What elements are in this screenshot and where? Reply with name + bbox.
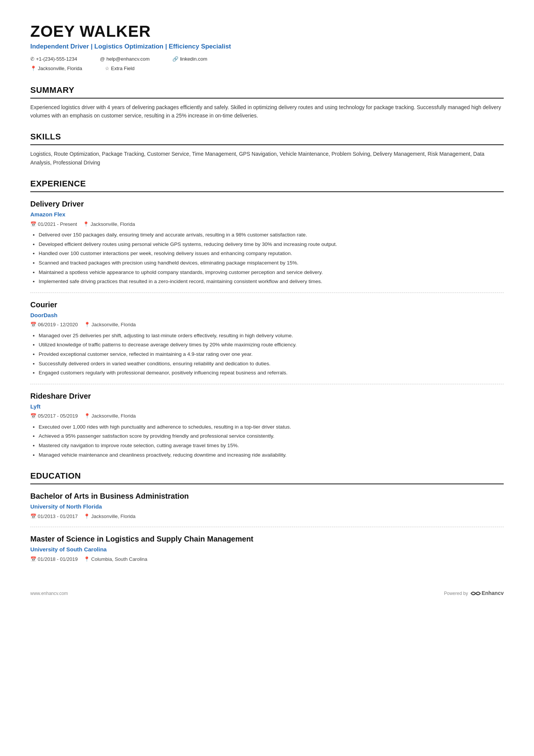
job-3-dates: 📅 05/2017 - 05/2019	[30, 412, 78, 420]
location-icon: 📍	[30, 65, 36, 72]
calendar-icon-1: 📅	[30, 221, 36, 228]
job-divider-1	[30, 293, 504, 293]
location-icon-edu-2: 📍	[84, 556, 90, 562]
edu-divider-1	[30, 527, 504, 527]
job-1-bullet-4: Scanned and tracked packages with precis…	[39, 259, 504, 267]
job-1-bullet-5: Maintained a spotless vehicle appearance…	[39, 268, 504, 277]
header: ZOEY WALKER Independent Driver | Logisti…	[30, 23, 504, 73]
location-text: Jacksonville, Florida	[38, 65, 82, 72]
email-contact: @ help@enhancv.com	[100, 55, 150, 63]
location-contact: 📍 Jacksonville, Florida	[30, 65, 82, 72]
enhancv-logo: Enhancv	[470, 589, 504, 597]
degree-1-meta: 📅 01/2013 - 01/2017 📍 Jacksonville, Flor…	[30, 513, 504, 520]
email-icon: @	[100, 55, 105, 63]
degree-1-location: 📍 Jacksonville, Florida	[84, 513, 136, 520]
phone-contact: ✆ +1-(234)-555-1234	[30, 55, 77, 63]
job-1-company: Amazon Flex	[30, 210, 504, 219]
job-2-bullets: Managed over 25 deliveries per shift, ad…	[30, 332, 504, 377]
job-2-location: 📍 Jacksonville, Florida	[84, 321, 136, 329]
footer-brand: Powered by Enhancv	[444, 589, 504, 597]
job-2-bullet-2: Utilized knowledge of traffic patterns t…	[39, 341, 504, 349]
degree-2-location: 📍 Columbia, South Carolina	[84, 556, 147, 563]
job-1: Delivery Driver Amazon Flex 📅 01/2021 - …	[30, 198, 504, 286]
degree-2: Master of Science in Logistics and Suppl…	[30, 533, 504, 563]
job-2-dates: 📅 06/2019 - 12/2020	[30, 321, 78, 329]
location-icon-edu-1: 📍	[84, 513, 90, 519]
calendar-icon-edu-2: 📅	[30, 556, 36, 562]
phone-icon: ✆	[30, 55, 34, 63]
job-3-bullet-3: Mastered city navigation to improve rout…	[39, 441, 504, 450]
job-2: Courier DoorDash 📅 06/2019 - 12/2020 📍 J…	[30, 299, 504, 377]
job-2-bullet-1: Managed over 25 deliveries per shift, ad…	[39, 332, 504, 340]
calendar-icon-3: 📅	[30, 412, 36, 420]
summary-section: SUMMARY Experienced logistics driver wit…	[30, 84, 504, 120]
job-1-meta: 📅 01/2021 - Present 📍 Jacksonville, Flor…	[30, 221, 504, 228]
contact-row-1: ✆ +1-(234)-555-1234 @ help@enhancv.com 🔗…	[30, 55, 504, 64]
brand-name: Enhancv	[482, 589, 504, 597]
degree-1-dates: 📅 01/2013 - 01/2017	[30, 513, 78, 520]
location-icon-3: 📍	[84, 412, 90, 420]
degree-2-institution: University of South Carolina	[30, 545, 504, 554]
email-address: help@enhancv.com	[106, 55, 150, 63]
footer-website: www.enhancv.com	[30, 590, 68, 597]
job-3-meta: 📅 05/2017 - 05/2019 📍 Jacksonville, Flor…	[30, 412, 504, 420]
skills-text: Logistics, Route Optimization, Package T…	[30, 150, 504, 167]
enhancv-logo-icon	[470, 590, 481, 597]
job-2-bullet-4: Successfully delivered orders in varied …	[39, 360, 504, 368]
contact-row-2: 📍 Jacksonville, Florida ☆ Extra Field	[30, 65, 504, 73]
job-1-bullet-3: Handled over 100 customer interactions p…	[39, 249, 504, 258]
job-3-company: Lyft	[30, 402, 504, 411]
extra-field-text: Extra Field	[111, 65, 134, 72]
summary-text: Experienced logistics driver with 4 year…	[30, 103, 504, 120]
job-1-location: 📍 Jacksonville, Florida	[83, 221, 135, 228]
job-3-bullet-1: Executed over 1,000 rides with high punc…	[39, 423, 504, 431]
job-1-title: Delivery Driver	[30, 198, 504, 210]
linkedin-url: linkedin.com	[180, 55, 207, 63]
candidate-title: Independent Driver | Logistics Optimizat…	[30, 42, 504, 52]
experience-section-title: EXPERIENCE	[30, 177, 504, 192]
skills-section: SKILLS Logistics, Route Optimization, Pa…	[30, 130, 504, 167]
job-1-bullets: Delivered over 150 packages daily, ensur…	[30, 231, 504, 286]
linkedin-icon: 🔗	[172, 55, 178, 63]
calendar-icon-edu-1: 📅	[30, 513, 36, 519]
job-3: Rideshare Driver Lyft 📅 05/2017 - 05/201…	[30, 390, 504, 459]
job-3-location: 📍 Jacksonville, Florida	[84, 412, 136, 420]
skills-section-title: SKILLS	[30, 130, 504, 145]
job-3-bullet-4: Managed vehicle maintenance and cleanlin…	[39, 451, 504, 459]
job-divider-2	[30, 384, 504, 384]
experience-section: EXPERIENCE Delivery Driver Amazon Flex 📅…	[30, 177, 504, 459]
resume-page: ZOEY WALKER Independent Driver | Logisti…	[0, 0, 534, 756]
page-footer: www.enhancv.com Powered by Enhancv	[30, 585, 504, 597]
job-3-bullet-2: Achieved a 95% passenger satisfaction sc…	[39, 432, 504, 440]
job-2-bullet-3: Provided exceptional customer service, r…	[39, 350, 504, 358]
calendar-icon-2: 📅	[30, 321, 36, 329]
degree-2-title: Master of Science in Logistics and Suppl…	[30, 533, 504, 545]
star-icon: ☆	[105, 65, 109, 72]
linkedin-contact: 🔗 linkedin.com	[172, 55, 207, 63]
candidate-name: ZOEY WALKER	[30, 23, 504, 40]
powered-by-text: Powered by	[444, 590, 468, 597]
education-section: EDUCATION Bachelor of Arts in Business A…	[30, 470, 504, 563]
education-section-title: EDUCATION	[30, 470, 504, 484]
job-1-bullet-6: Implemented safe driving practices that …	[39, 277, 504, 286]
degree-1-institution: University of North Florida	[30, 502, 504, 511]
summary-section-title: SUMMARY	[30, 84, 504, 99]
job-3-title: Rideshare Driver	[30, 390, 504, 402]
job-2-company: DoorDash	[30, 311, 504, 320]
job-2-title: Courier	[30, 299, 504, 310]
job-1-bullet-1: Delivered over 150 packages daily, ensur…	[39, 231, 504, 239]
job-3-bullets: Executed over 1,000 rides with high punc…	[30, 423, 504, 459]
job-1-dates: 📅 01/2021 - Present	[30, 221, 77, 228]
degree-1: Bachelor of Arts in Business Administrat…	[30, 490, 504, 520]
location-icon-1: 📍	[83, 221, 89, 228]
job-2-meta: 📅 06/2019 - 12/2020 📍 Jacksonville, Flor…	[30, 321, 504, 329]
degree-2-meta: 📅 01/2018 - 01/2019 📍 Columbia, South Ca…	[30, 556, 504, 563]
job-1-bullet-2: Developed efficient delivery routes usin…	[39, 240, 504, 249]
job-2-bullet-5: Engaged customers regularly with profess…	[39, 369, 504, 377]
degree-2-dates: 📅 01/2018 - 01/2019	[30, 556, 78, 563]
degree-1-title: Bachelor of Arts in Business Administrat…	[30, 490, 504, 502]
phone-number: +1-(234)-555-1234	[36, 55, 77, 63]
location-icon-2: 📍	[84, 321, 90, 329]
extra-field-contact: ☆ Extra Field	[105, 65, 134, 72]
